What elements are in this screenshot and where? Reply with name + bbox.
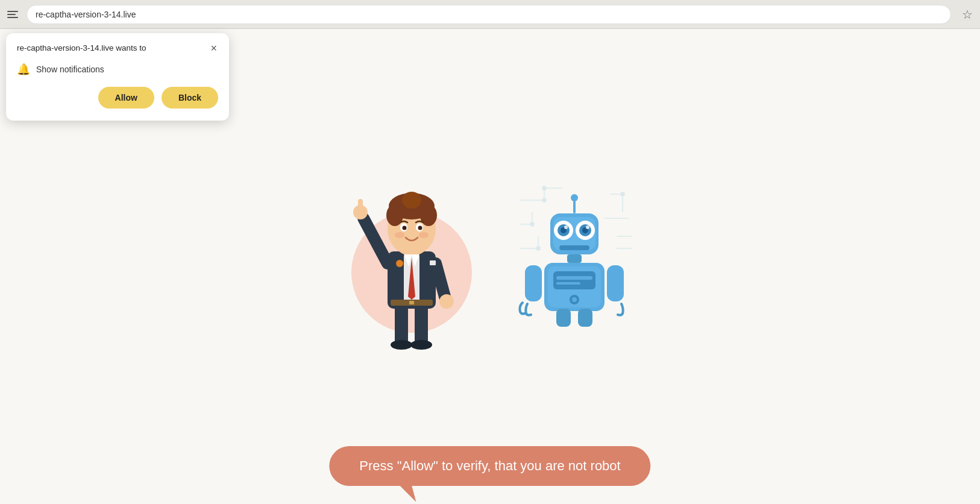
svg-rect-60 bbox=[567, 254, 582, 263]
svg-point-24 bbox=[395, 232, 404, 238]
svg-point-2 bbox=[391, 340, 412, 350]
svg-point-29 bbox=[396, 260, 403, 267]
svg-rect-1 bbox=[415, 303, 428, 345]
popup-header: re-captha-version-3-14.live wants to × bbox=[17, 43, 218, 54]
permission-label: Show notifications bbox=[36, 65, 104, 74]
svg-rect-8 bbox=[409, 301, 414, 304]
robot-svg bbox=[514, 176, 635, 345]
svg-point-58 bbox=[586, 225, 589, 229]
svg-line-9 bbox=[363, 218, 388, 263]
svg-line-12 bbox=[436, 263, 445, 297]
svg-point-25 bbox=[419, 232, 429, 238]
svg-rect-69 bbox=[607, 265, 624, 301]
person-figure bbox=[345, 158, 478, 351]
popup-permission-row: 🔔 Show notifications bbox=[17, 63, 218, 76]
svg-rect-71 bbox=[578, 309, 592, 327]
svg-point-3 bbox=[410, 340, 432, 350]
address-bar[interactable]: re-captha-version-3-14.live bbox=[27, 5, 951, 24]
illustration-container bbox=[345, 158, 635, 351]
svg-point-57 bbox=[564, 225, 568, 229]
svg-point-19 bbox=[402, 192, 421, 209]
bookmark-icon[interactable]: ☆ bbox=[962, 7, 973, 22]
menu-icon[interactable] bbox=[7, 8, 20, 21]
browser-chrome: re-captha-version-3-14.live ☆ bbox=[0, 0, 980, 29]
svg-point-42 bbox=[542, 198, 546, 202]
svg-rect-11 bbox=[358, 199, 363, 212]
svg-point-23 bbox=[418, 226, 422, 230]
svg-point-45 bbox=[530, 222, 534, 226]
svg-rect-65 bbox=[556, 282, 580, 285]
speech-bubble-text: Press "Allow" to verify, that you are no… bbox=[359, 458, 620, 473]
svg-point-13 bbox=[439, 294, 454, 309]
svg-rect-64 bbox=[556, 276, 592, 280]
popup-buttons: Allow Block bbox=[17, 87, 218, 109]
popup-title: re-captha-version-3-14.live wants to bbox=[17, 43, 146, 54]
bell-icon: 🔔 bbox=[17, 63, 30, 76]
block-button[interactable]: Block bbox=[162, 87, 218, 109]
svg-rect-70 bbox=[556, 309, 571, 327]
popup-close-button[interactable]: × bbox=[209, 43, 218, 54]
notification-popup: re-captha-version-3-14.live wants to × 🔔… bbox=[6, 33, 229, 121]
svg-rect-0 bbox=[395, 303, 408, 345]
person-svg bbox=[345, 158, 478, 351]
speech-bubble: Press "Allow" to verify, that you are no… bbox=[329, 446, 650, 486]
svg-rect-68 bbox=[525, 265, 542, 301]
svg-point-67 bbox=[572, 297, 577, 302]
svg-rect-28 bbox=[430, 260, 436, 265]
address-text: re-captha-version-3-14.live bbox=[36, 10, 136, 19]
svg-point-46 bbox=[536, 247, 540, 250]
svg-point-22 bbox=[403, 226, 407, 230]
svg-point-43 bbox=[542, 186, 546, 190]
allow-button[interactable]: Allow bbox=[98, 87, 154, 109]
svg-point-48 bbox=[571, 194, 578, 201]
svg-rect-59 bbox=[559, 245, 589, 250]
svg-point-44 bbox=[621, 192, 624, 196]
robot-figure bbox=[514, 176, 635, 333]
svg-rect-63 bbox=[553, 271, 595, 289]
